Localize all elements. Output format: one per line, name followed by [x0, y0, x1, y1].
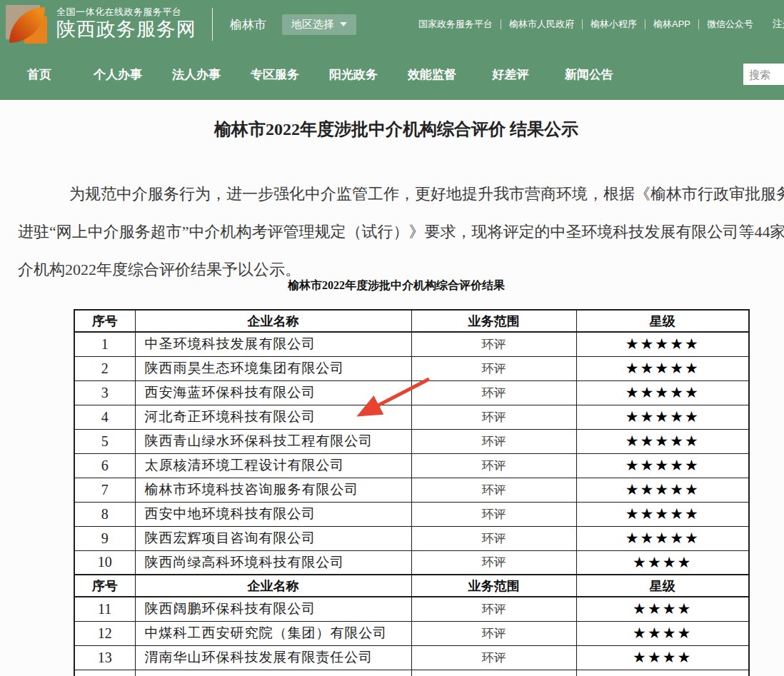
nav-item-rating[interactable]: 好差评 — [471, 66, 550, 83]
cell-star-rating: ★★★★★ — [576, 405, 749, 429]
table-header-row: 序号企业名称业务范围星级 — [74, 310, 749, 332]
cell-company-name: 陕西宏辉项目咨询有限公司 — [135, 526, 411, 550]
cell-company-name: 陕西尚绿高科环境科技有限公司 — [135, 550, 411, 575]
cell-star-rating: ★★★★★ — [576, 380, 749, 405]
register-link[interactable]: 注册 — [773, 18, 784, 31]
paragraph-line: 进驻“网上中介服务超市”中介机构考评管理规定（试行）》要求，现将评定的中圣环境科… — [18, 213, 784, 251]
cell-row-number: 11 — [74, 597, 135, 621]
table-header-row: 序号企业名称业务范围星级 — [74, 575, 749, 597]
page-title: 榆林市2022年度涉批中介机构综合评价 结果公示 — [0, 118, 784, 141]
cell-star-rating: ★★★★★ — [576, 478, 749, 502]
table-row: 4河北奇正环境科技有限公司环评★★★★★ — [74, 405, 749, 429]
cell-row-number: 12 — [74, 621, 135, 645]
cell-row-number: 7 — [74, 478, 135, 502]
cell-company-name: 陕西雨昊生态环境集团有限公司 — [135, 356, 411, 380]
cell-star-rating: ★★★★ — [576, 645, 749, 670]
cell-company-name: 中煤科工西安研究院（集团）有限公司 — [135, 621, 411, 645]
cell-company-name: 太原核清环境工程设计有限公司 — [135, 453, 411, 478]
table-row: 5陕西青山绿水环保科技工程有限公司环评★★★★★ — [74, 429, 749, 453]
brand-block: 全国一体化在线政务服务平台 陕西政务服务网 — [56, 6, 196, 42]
paragraph-line: 为规范中介服务行为，进一步强化中介监管工作，更好地提升我市营商环境，根据《榆林市… — [18, 175, 784, 213]
table-row: 9陕西宏辉项目咨询有限公司环评★★★★★ — [74, 526, 749, 550]
cell-business-scope: 环评 — [411, 645, 576, 670]
region-select-label: 地区选择 — [291, 18, 334, 31]
top-links: 国家政务服务平台 榆林市人民政府 榆林小程序 榆林APP 微信公众号 — [411, 19, 761, 29]
cell-business-scope: 环评 — [411, 356, 576, 380]
cell-star-rating: ★★★★ — [576, 550, 749, 575]
cell-star-rating: ★★★★ — [576, 597, 749, 621]
nav-menu: 首页 个人办事 法人办事 专区服务 阳光政务 效能监督 好差评 新闻公告 — [0, 66, 628, 83]
nav-item-efficiency-supervision[interactable]: 效能监督 — [393, 66, 471, 83]
cell-star-rating: ★★★★★ — [576, 526, 749, 550]
cell-business-scope: 环评 — [411, 478, 576, 502]
column-header: 业务范围 — [411, 575, 576, 597]
cell-company-name: 陕西阔鹏环保科技有限公司 — [135, 597, 411, 621]
cell-row-number: 4 — [74, 405, 135, 429]
cell-business-scope: 环评 — [411, 429, 576, 453]
table-row: 12中煤科工西安研究院（集团）有限公司环评★★★★ — [74, 621, 749, 645]
cell-star-rating: ★★★★★ — [576, 429, 749, 453]
search-input[interactable] — [743, 64, 784, 85]
cell-star-rating: ★★★★★ — [576, 332, 749, 356]
table-row: 2陕西雨昊生态环境集团有限公司环评★★★★★ — [74, 356, 749, 380]
announcement-paragraph: 为规范中介服务行为，进一步强化中介监管工作，更好地提升我市营商环境，根据《榆林市… — [18, 175, 784, 288]
nav-item-open-government[interactable]: 阳光政务 — [314, 66, 393, 83]
region-select-button[interactable]: 地区选择 — [282, 14, 356, 35]
nav-item-special-services[interactable]: 专区服务 — [236, 66, 314, 83]
current-city-label: 榆林市 — [230, 16, 266, 33]
cell-company-name: 渭南华山环保科技发展有限责任公司 — [135, 645, 411, 670]
cell-company-name: 西安中地环境科技有限公司 — [135, 502, 411, 526]
cell-star-rating: ★★★★★ — [576, 453, 749, 478]
cell-business-scope: 环评 — [411, 526, 576, 550]
cell-business-scope: 环评 — [411, 405, 576, 429]
table-caption: 榆林市2022年度涉批中介机构综合评价结果 — [0, 278, 784, 293]
cell-business-scope: 环评 — [411, 502, 576, 526]
cell-row-number: 5 — [74, 429, 135, 453]
column-header: 企业名称 — [135, 575, 411, 597]
header-divider — [212, 8, 213, 41]
cell-business-scope: 环评 — [411, 621, 576, 645]
cell-star-rating: ★★★★★ — [576, 502, 749, 526]
evaluation-results-table: 序号企业名称业务范围星级1中圣环境科技发展有限公司环评★★★★★2陕西雨昊生态环… — [74, 309, 750, 676]
cell-row-number: 10 — [74, 550, 135, 575]
cell-company-name: 中圣环境科技发展有限公司 — [135, 332, 411, 356]
empty-cell — [576, 670, 749, 676]
cell-row-number: 1 — [74, 332, 135, 356]
top-link-mini-program[interactable]: 榆林小程序 — [583, 19, 645, 29]
nav-item-personal[interactable]: 个人办事 — [79, 66, 157, 83]
column-header: 序号 — [74, 310, 135, 332]
site-header: 全国一体化在线政务服务平台 陕西政务服务网 榆林市 地区选择 国家政务服务平台 … — [0, 0, 784, 49]
table-row: 8西安中地环境科技有限公司环评★★★★★ — [74, 502, 749, 526]
site-logo[interactable] — [6, 5, 47, 44]
main-nav: 首页 个人办事 法人办事 专区服务 阳光政务 效能监督 好差评 新闻公告 — [0, 49, 784, 100]
empty-cell — [135, 670, 411, 676]
cell-row-number: 6 — [74, 453, 135, 478]
table-row: 13渭南华山环保科技发展有限责任公司环评★★★★ — [74, 645, 749, 670]
cell-row-number: 13 — [74, 645, 135, 670]
cell-business-scope: 环评 — [411, 380, 576, 405]
nav-item-home[interactable]: 首页 — [0, 66, 79, 83]
column-header: 序号 — [74, 575, 135, 597]
top-link-app[interactable]: 榆林APP — [645, 19, 699, 29]
empty-cell — [411, 670, 576, 676]
nav-item-legal-person[interactable]: 法人办事 — [157, 66, 236, 83]
cell-star-rating: ★★★★ — [576, 621, 749, 645]
cell-company-name: 榆林市环境科技咨询服务有限公司 — [135, 478, 411, 502]
top-link-wechat[interactable]: 微信公众号 — [699, 19, 761, 29]
cell-business-scope: 环评 — [411, 332, 576, 356]
cell-company-name: 陕西青山绿水环保科技工程有限公司 — [135, 429, 411, 453]
chevron-down-icon — [340, 22, 347, 26]
cell-row-number: 3 — [74, 380, 135, 405]
nav-item-news[interactable]: 新闻公告 — [550, 66, 628, 83]
cell-row-number: 9 — [74, 526, 135, 550]
top-link-national-platform[interactable]: 国家政务服务平台 — [411, 19, 501, 29]
column-header: 企业名称 — [135, 310, 411, 332]
table-row: 1中圣环境科技发展有限公司环评★★★★★ — [74, 332, 749, 356]
cell-company-name: 西安海蓝环保科技有限公司 — [135, 380, 411, 405]
table-row: 10陕西尚绿高科环境科技有限公司环评★★★★ — [74, 550, 749, 575]
cell-business-scope: 环评 — [411, 550, 576, 575]
top-link-city-government[interactable]: 榆林市人民政府 — [501, 19, 583, 29]
cell-star-rating: ★★★★★ — [576, 356, 749, 380]
cell-business-scope: 环评 — [411, 453, 576, 478]
cell-business-scope: 环评 — [411, 597, 576, 621]
